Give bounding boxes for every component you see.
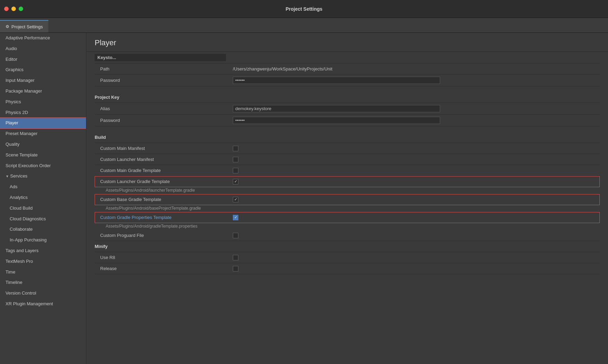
custom-proguard-file-label: Custom Proguard File [95, 233, 233, 238]
sidebar-item-in-app-purchasing[interactable]: In-App Purchasing [0, 235, 86, 246]
custom-main-manifest-label: Custom Main Manifest [95, 146, 233, 151]
use-r8-checkbox[interactable] [233, 255, 238, 260]
custom-launcher-gradle-template-checkbox-container: ✓ [233, 179, 600, 184]
alias-row: Alias [95, 103, 600, 115]
sidebar-item-quality[interactable]: Quality [0, 139, 86, 150]
custom-gradle-properties-template-checkbox[interactable]: ✓ [233, 215, 238, 220]
custom-launcher-manifest-checkbox-container [233, 157, 600, 162]
sidebar-item-editor[interactable]: Editor [0, 54, 86, 65]
use-r8-label: Use R8 [95, 255, 233, 260]
release-checkbox[interactable] [233, 266, 238, 271]
sidebar-item-script-execution-order[interactable]: Script Execution Order [0, 161, 86, 171]
sidebar-item-audio[interactable]: Audio [0, 44, 86, 54]
page-title: Player [95, 38, 600, 47]
custom-main-gradle-template-label: Custom Main Gradle Template [95, 168, 233, 173]
sidebar-item-input-manager[interactable]: Input Manager [0, 75, 86, 86]
sidebar-item-ads[interactable]: Ads [0, 182, 86, 192]
path-value: /Users/zhangwenju/WorkSpace/UnityProject… [233, 66, 475, 71]
path-row: Path /Users/zhangwenju/WorkSpace/UnityPr… [95, 64, 600, 75]
custom-proguard-file-checkbox[interactable] [233, 233, 238, 238]
close-button[interactable] [4, 7, 9, 11]
sidebar-item-analytics[interactable]: Analytics [0, 192, 86, 203]
content-area: Player Keysto... Path /Users/zhangwenju/… [86, 33, 608, 364]
sidebar: Adaptive PerformanceAudioEditorGraphicsI… [0, 33, 86, 364]
minimize-button[interactable] [11, 7, 16, 11]
release-checkbox-container [233, 266, 600, 271]
maximize-button[interactable] [19, 7, 23, 11]
keystore-password-row: Password [95, 75, 600, 86]
path-label: Path [95, 66, 233, 71]
sidebar-item-tags-and-layers[interactable]: Tags and Layers [0, 246, 86, 256]
sidebar-item-collaborate[interactable]: Collaborate [0, 224, 86, 235]
main-layout: Adaptive PerformanceAudioEditorGraphicsI… [0, 33, 608, 364]
build-section-header: Build [95, 135, 233, 140]
project-key-header: Project Key [95, 95, 233, 100]
custom-launcher-gradle-template-path: Assets/Plugins/Android/launcherTemplate.… [95, 187, 600, 194]
alias-input[interactable] [233, 105, 440, 112]
custom-main-gradle-template-checkbox[interactable] [233, 168, 238, 173]
custom-launcher-manifest-label: Custom Launcher Manifest [95, 157, 233, 162]
keystore-password-label: Password [95, 78, 233, 83]
custom-launcher-gradle-template-label: Custom Launcher Gradle Template [95, 179, 233, 184]
project-key-password-label: Password [95, 118, 233, 123]
custom-base-gradle-template-checkbox[interactable]: ✓ [233, 197, 238, 202]
custom-main-gradle-template-checkbox-container [233, 168, 600, 173]
sidebar-item-cloud-diagnostics[interactable]: Cloud Diagnostics [0, 214, 86, 224]
project-key-password-value [233, 117, 600, 124]
sidebar-item-cloud-build[interactable]: Cloud Build [0, 203, 86, 214]
custom-gradle-properties-template-path: Assets/Plugins/Android/gradleTemplate.pr… [95, 223, 600, 230]
sidebar-item-preset-manager[interactable]: Preset Manager [0, 128, 86, 139]
window-title: Project Settings [286, 6, 323, 12]
sidebar-item-textmesh-pro[interactable]: TextMesh Pro [0, 256, 86, 267]
content-body: Keysto... Path /Users/zhangwenju/WorkSpa… [86, 52, 608, 274]
keystore-password-input[interactable] [233, 77, 440, 84]
sidebar-item-timeline[interactable]: Timeline [0, 277, 86, 288]
sidebar-item-scene-template[interactable]: Scene Template [0, 150, 86, 161]
arrow-icon: ▼ [6, 174, 9, 178]
custom-main-manifest-row: Custom Main Manifest [95, 143, 600, 154]
sidebar-item-package-manager[interactable]: Package Manager [0, 86, 86, 97]
build-section-row: Build [95, 132, 600, 143]
custom-base-gradle-template-checkbox-container: ✓ [233, 197, 600, 202]
content-header: Player [86, 33, 608, 52]
minify-section-header: Minify [95, 244, 233, 249]
custom-gradle-properties-template-checkbox-container: ✓ [233, 215, 600, 220]
custom-main-manifest-checkbox[interactable] [233, 146, 238, 151]
sidebar-item-adaptive-performance[interactable]: Adaptive Performance [0, 33, 86, 44]
custom-launcher-manifest-row: Custom Launcher Manifest [95, 154, 600, 165]
sidebar-item-player[interactable]: Player [0, 118, 86, 128]
alias-label: Alias [95, 106, 233, 111]
custom-launcher-gradle-template-row: Custom Launcher Gradle Template✓ [95, 176, 600, 187]
custom-base-gradle-template-label: Custom Base Gradle Template [95, 197, 233, 202]
sidebar-item-xr-plugin-management[interactable]: XR Plugin Management [0, 299, 86, 309]
custom-launcher-gradle-template-checkbox[interactable]: ✓ [233, 179, 238, 184]
sidebar-item-version-control[interactable]: Version Control [0, 288, 86, 299]
custom-base-gradle-template-path: Assets/Plugins/Android/baseProjectTempla… [95, 205, 600, 212]
custom-base-gradle-template-row: Custom Base Gradle Template✓ [95, 194, 600, 205]
custom-gradle-properties-template-row: Custom Gradle Properties Template✓ [95, 212, 600, 223]
sidebar-item-graphics[interactable]: Graphics [0, 65, 86, 75]
custom-launcher-manifest-checkbox[interactable] [233, 157, 238, 162]
sidebar-item-physics[interactable]: Physics [0, 97, 86, 107]
alias-value [233, 105, 600, 112]
project-key-section-row: Project Key [95, 92, 600, 103]
sidebar-item-time[interactable]: Time [0, 267, 86, 278]
tab-label: Project Settings [11, 24, 43, 29]
release-label: Release [95, 266, 233, 271]
sidebar-item-services[interactable]: ▼ Services [0, 171, 86, 182]
titlebar: Project Settings [0, 0, 608, 18]
keystore-section-row: Keysto... [95, 52, 600, 64]
keystore-password-value [233, 77, 600, 84]
project-key-password-input[interactable] [233, 117, 440, 124]
project-key-password-row: Password [95, 115, 600, 126]
tabbar: ⚙ Project Settings [0, 18, 608, 33]
use-r8-row: Use R8 [95, 252, 600, 263]
build-rows-container: Custom Main ManifestCustom Launcher Mani… [95, 143, 600, 241]
project-settings-tab[interactable]: ⚙ Project Settings [0, 20, 48, 32]
sidebar-item-physics-2d[interactable]: Physics 2D [0, 107, 86, 118]
keystore-dropdown[interactable]: Keysto... [95, 54, 226, 61]
custom-proguard-file-row: Custom Proguard File [95, 230, 600, 241]
use-r8-checkbox-container [233, 255, 600, 260]
custom-gradle-properties-template-label: Custom Gradle Properties Template [95, 215, 233, 220]
custom-proguard-file-checkbox-container [233, 233, 600, 238]
